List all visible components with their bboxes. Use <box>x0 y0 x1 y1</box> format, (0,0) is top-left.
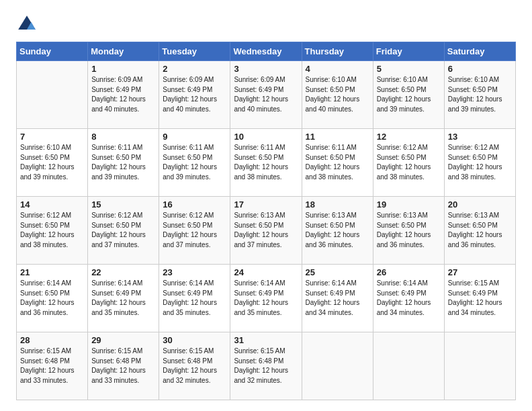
calendar-day-header: Thursday <box>302 42 373 61</box>
calendar-cell <box>373 332 444 400</box>
calendar-body: 1Sunrise: 6:09 AM Sunset: 6:49 PM Daylig… <box>17 61 516 400</box>
calendar-day-header: Saturday <box>444 42 515 61</box>
calendar-day-header: Wednesday <box>230 42 302 61</box>
header <box>16 13 516 35</box>
day-info: Sunrise: 6:11 AM Sunset: 6:50 PM Dayligh… <box>163 143 226 182</box>
calendar-cell <box>302 332 373 400</box>
day-number: 11 <box>306 132 369 142</box>
calendar-cell: 17Sunrise: 6:13 AM Sunset: 6:50 PM Dayli… <box>230 197 302 265</box>
day-info: Sunrise: 6:15 AM Sunset: 6:48 PM Dayligh… <box>163 347 226 385</box>
day-info: Sunrise: 6:10 AM Sunset: 6:50 PM Dayligh… <box>306 75 369 114</box>
calendar-cell: 24Sunrise: 6:14 AM Sunset: 6:49 PM Dayli… <box>230 265 302 332</box>
calendar-day-header: Tuesday <box>159 42 230 61</box>
day-info: Sunrise: 6:14 AM Sunset: 6:49 PM Dayligh… <box>306 279 369 318</box>
day-info: Sunrise: 6:12 AM Sunset: 6:50 PM Dayligh… <box>377 143 441 182</box>
calendar-cell: 21Sunrise: 6:14 AM Sunset: 6:50 PM Dayli… <box>17 265 88 332</box>
day-number: 26 <box>377 267 441 277</box>
day-info: Sunrise: 6:13 AM Sunset: 6:50 PM Dayligh… <box>306 211 369 250</box>
calendar-cell: 25Sunrise: 6:14 AM Sunset: 6:49 PM Dayli… <box>302 265 373 332</box>
calendar-day-header: Sunday <box>17 42 88 61</box>
day-info: Sunrise: 6:12 AM Sunset: 6:50 PM Dayligh… <box>448 143 512 182</box>
calendar-week-row: 1Sunrise: 6:09 AM Sunset: 6:49 PM Daylig… <box>17 61 516 129</box>
calendar-cell: 27Sunrise: 6:15 AM Sunset: 6:49 PM Dayli… <box>444 265 515 332</box>
day-number: 9 <box>163 132 226 142</box>
day-info: Sunrise: 6:11 AM Sunset: 6:50 PM Dayligh… <box>234 143 298 182</box>
day-number: 4 <box>306 64 369 74</box>
calendar-cell: 23Sunrise: 6:14 AM Sunset: 6:49 PM Dayli… <box>159 265 230 332</box>
day-number: 23 <box>163 267 226 277</box>
calendar-header: SundayMondayTuesdayWednesdayThursdayFrid… <box>17 42 516 61</box>
day-info: Sunrise: 6:13 AM Sunset: 6:50 PM Dayligh… <box>448 211 512 250</box>
calendar-header-row: SundayMondayTuesdayWednesdayThursdayFrid… <box>17 42 516 61</box>
day-number: 14 <box>20 199 84 210</box>
calendar-cell: 29Sunrise: 6:15 AM Sunset: 6:48 PM Dayli… <box>88 332 159 400</box>
day-info: Sunrise: 6:15 AM Sunset: 6:48 PM Dayligh… <box>234 347 298 385</box>
calendar-cell: 30Sunrise: 6:15 AM Sunset: 6:48 PM Dayli… <box>159 332 230 400</box>
calendar-cell: 26Sunrise: 6:14 AM Sunset: 6:49 PM Dayli… <box>373 265 444 332</box>
day-number: 29 <box>91 335 155 345</box>
day-number: 18 <box>306 199 369 210</box>
day-number: 1 <box>91 64 155 74</box>
day-info: Sunrise: 6:13 AM Sunset: 6:50 PM Dayligh… <box>234 211 298 250</box>
calendar-cell: 6Sunrise: 6:10 AM Sunset: 6:50 PM Daylig… <box>444 61 515 129</box>
calendar-cell: 28Sunrise: 6:15 AM Sunset: 6:48 PM Dayli… <box>17 332 88 400</box>
calendar-week-row: 28Sunrise: 6:15 AM Sunset: 6:48 PM Dayli… <box>17 332 516 400</box>
day-info: Sunrise: 6:14 AM Sunset: 6:49 PM Dayligh… <box>377 279 441 318</box>
calendar-cell: 9Sunrise: 6:11 AM Sunset: 6:50 PM Daylig… <box>159 129 230 197</box>
day-number: 10 <box>234 132 298 142</box>
calendar-cell: 14Sunrise: 6:12 AM Sunset: 6:50 PM Dayli… <box>17 197 88 265</box>
day-number: 6 <box>448 64 512 74</box>
calendar-cell: 7Sunrise: 6:10 AM Sunset: 6:50 PM Daylig… <box>17 129 88 197</box>
day-number: 7 <box>20 132 84 142</box>
day-info: Sunrise: 6:11 AM Sunset: 6:50 PM Dayligh… <box>91 143 155 182</box>
day-info: Sunrise: 6:14 AM Sunset: 6:49 PM Dayligh… <box>163 279 226 318</box>
calendar-week-row: 7Sunrise: 6:10 AM Sunset: 6:50 PM Daylig… <box>17 129 516 197</box>
day-info: Sunrise: 6:13 AM Sunset: 6:50 PM Dayligh… <box>377 211 441 250</box>
calendar-cell: 10Sunrise: 6:11 AM Sunset: 6:50 PM Dayli… <box>230 129 302 197</box>
day-number: 17 <box>234 199 298 210</box>
calendar-cell: 20Sunrise: 6:13 AM Sunset: 6:50 PM Dayli… <box>444 197 515 265</box>
day-number: 24 <box>234 267 298 277</box>
calendar-cell: 18Sunrise: 6:13 AM Sunset: 6:50 PM Dayli… <box>302 197 373 265</box>
day-info: Sunrise: 6:15 AM Sunset: 6:48 PM Dayligh… <box>20 347 84 385</box>
calendar-week-row: 14Sunrise: 6:12 AM Sunset: 6:50 PM Dayli… <box>17 197 516 265</box>
day-number: 19 <box>377 199 441 210</box>
day-info: Sunrise: 6:10 AM Sunset: 6:50 PM Dayligh… <box>448 75 512 114</box>
calendar-cell: 13Sunrise: 6:12 AM Sunset: 6:50 PM Dayli… <box>444 129 515 197</box>
day-number: 8 <box>91 132 155 142</box>
calendar-cell: 8Sunrise: 6:11 AM Sunset: 6:50 PM Daylig… <box>88 129 159 197</box>
calendar-cell: 1Sunrise: 6:09 AM Sunset: 6:49 PM Daylig… <box>88 61 159 129</box>
calendar-cell: 16Sunrise: 6:12 AM Sunset: 6:50 PM Dayli… <box>159 197 230 265</box>
calendar-cell: 12Sunrise: 6:12 AM Sunset: 6:50 PM Dayli… <box>373 129 444 197</box>
calendar-cell: 15Sunrise: 6:12 AM Sunset: 6:50 PM Dayli… <box>88 197 159 265</box>
day-info: Sunrise: 6:09 AM Sunset: 6:49 PM Dayligh… <box>91 75 155 114</box>
day-number: 3 <box>234 64 298 74</box>
calendar-day-header: Friday <box>373 42 444 61</box>
day-info: Sunrise: 6:12 AM Sunset: 6:50 PM Dayligh… <box>91 211 155 250</box>
day-info: Sunrise: 6:14 AM Sunset: 6:50 PM Dayligh… <box>20 279 84 318</box>
day-number: 25 <box>306 267 369 277</box>
calendar-table: SundayMondayTuesdayWednesdayThursdayFrid… <box>16 42 516 400</box>
day-info: Sunrise: 6:15 AM Sunset: 6:48 PM Dayligh… <box>91 347 155 385</box>
day-info: Sunrise: 6:10 AM Sunset: 6:50 PM Dayligh… <box>377 75 441 114</box>
day-number: 15 <box>91 199 155 210</box>
day-info: Sunrise: 6:15 AM Sunset: 6:49 PM Dayligh… <box>448 279 512 318</box>
calendar-cell: 31Sunrise: 6:15 AM Sunset: 6:48 PM Dayli… <box>230 332 302 400</box>
calendar-cell: 11Sunrise: 6:11 AM Sunset: 6:50 PM Dayli… <box>302 129 373 197</box>
day-info: Sunrise: 6:14 AM Sunset: 6:49 PM Dayligh… <box>91 279 155 318</box>
logo <box>16 13 40 35</box>
day-number: 20 <box>448 199 512 210</box>
day-number: 22 <box>91 267 155 277</box>
day-info: Sunrise: 6:12 AM Sunset: 6:50 PM Dayligh… <box>20 211 84 250</box>
calendar-day-header: Monday <box>88 42 159 61</box>
calendar-cell: 5Sunrise: 6:10 AM Sunset: 6:50 PM Daylig… <box>373 61 444 129</box>
day-number: 28 <box>20 335 84 345</box>
calendar-cell <box>17 61 88 129</box>
day-number: 31 <box>234 335 298 345</box>
day-info: Sunrise: 6:14 AM Sunset: 6:49 PM Dayligh… <box>234 279 298 318</box>
day-number: 16 <box>163 199 226 210</box>
day-number: 2 <box>163 64 226 74</box>
day-number: 21 <box>20 267 84 277</box>
calendar-cell: 3Sunrise: 6:09 AM Sunset: 6:49 PM Daylig… <box>230 61 302 129</box>
day-info: Sunrise: 6:09 AM Sunset: 6:49 PM Dayligh… <box>163 75 226 114</box>
